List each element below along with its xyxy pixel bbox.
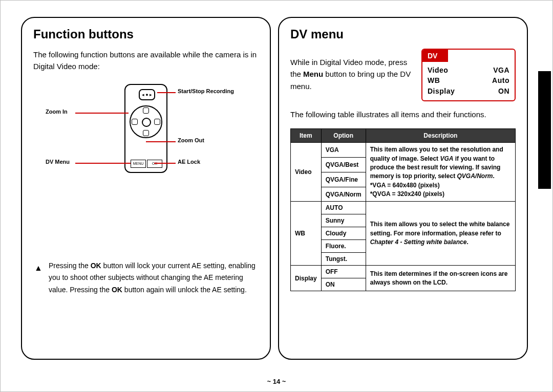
th-description: Description bbox=[366, 129, 515, 143]
option-vga: VGA bbox=[321, 143, 366, 158]
option-off: OFF bbox=[321, 266, 366, 278]
table-row: Video VGA This item allows you to set th… bbox=[291, 143, 516, 158]
section-tab: Digital Video Mode bbox=[538, 71, 551, 189]
dpad-icon bbox=[130, 105, 162, 138]
controller-diagram: ◂ ● ▸ MENU OK Zoom In DV Menu Start/Stop… bbox=[33, 81, 259, 178]
page-number: ~ 14 ~ bbox=[1, 378, 552, 385]
option-cloudy: Cloudy bbox=[321, 227, 366, 240]
warning-icon: ▲ bbox=[34, 261, 42, 275]
option-qvga-fine: QVGA/Fine bbox=[321, 172, 366, 187]
zoom-in-label: Zoom In bbox=[46, 108, 68, 115]
option-auto: AUTO bbox=[321, 202, 366, 214]
item-display: Display bbox=[291, 266, 322, 291]
zoom-out-label: Zoom Out bbox=[178, 137, 204, 143]
lead-line bbox=[146, 141, 176, 142]
desc-wb: This item allows you to select the white… bbox=[366, 202, 515, 266]
dv-tab-label: DV bbox=[422, 50, 448, 62]
dv-menu-intro: While in Digital Video mode, press the M… bbox=[290, 56, 412, 92]
table-caption: The following table illustrates all item… bbox=[290, 108, 516, 120]
lead-line bbox=[154, 163, 176, 164]
dv-row-video: Video VGA bbox=[428, 65, 509, 75]
ok-button-icon: OK bbox=[147, 160, 162, 168]
option-qvga-best: QVGA/Best bbox=[321, 157, 366, 172]
th-item: Item bbox=[291, 129, 322, 143]
item-wb: WB bbox=[291, 202, 322, 266]
dv-row-wb: WB Auto bbox=[428, 75, 509, 85]
start-stop-label: Start/Stop Recording bbox=[178, 88, 234, 94]
desc-video: This item allows you to set the resoluti… bbox=[366, 143, 515, 202]
function-buttons-panel: Function buttons The following function … bbox=[21, 17, 271, 360]
dv-menu-preview: DV Video VGA WB Auto Display ON bbox=[421, 49, 516, 101]
lead-line bbox=[157, 92, 176, 93]
desc-display: This item determines if the on-screen ic… bbox=[366, 266, 515, 291]
lead-line bbox=[75, 113, 129, 114]
dv-menu-panel: DV menu While in Digital Video mode, pre… bbox=[278, 17, 528, 360]
controller-outline: ◂ ● ▸ MENU OK bbox=[124, 84, 167, 173]
item-video: Video bbox=[291, 143, 322, 202]
dv-options-table: Item Option Description Video VGA This i… bbox=[290, 128, 516, 291]
option-fluore: Fluore. bbox=[321, 240, 366, 253]
ae-lock-label: AE Lock bbox=[178, 159, 200, 165]
dv-menu-heading: DV menu bbox=[290, 27, 516, 41]
menu-button-icon: MENU bbox=[131, 160, 146, 168]
option-sunny: Sunny bbox=[321, 214, 366, 227]
table-row: WB AUTO This item allows you to select t… bbox=[291, 202, 516, 214]
th-option: Option bbox=[321, 129, 366, 143]
function-buttons-heading: Function buttons bbox=[33, 27, 259, 41]
option-on: ON bbox=[321, 278, 366, 291]
function-buttons-intro: The following function buttons are avail… bbox=[33, 49, 259, 73]
lead-line bbox=[75, 163, 131, 164]
manual-page: Function buttons The following function … bbox=[0, 0, 553, 392]
record-button-icon: ◂ ● ▸ bbox=[139, 89, 155, 100]
ae-lock-note: ▲ Pressing the OK button will lock your … bbox=[33, 260, 259, 296]
option-qvga-norm: QVGA/Norm bbox=[321, 187, 366, 202]
dv-row-display: Display ON bbox=[428, 86, 509, 96]
table-row: Display OFF This item determines if the … bbox=[291, 266, 516, 278]
option-tungst: Tungst. bbox=[321, 253, 366, 266]
dv-menu-label: DV Menu bbox=[46, 159, 70, 165]
section-tab-label: Digital Video Mode bbox=[531, 129, 539, 193]
